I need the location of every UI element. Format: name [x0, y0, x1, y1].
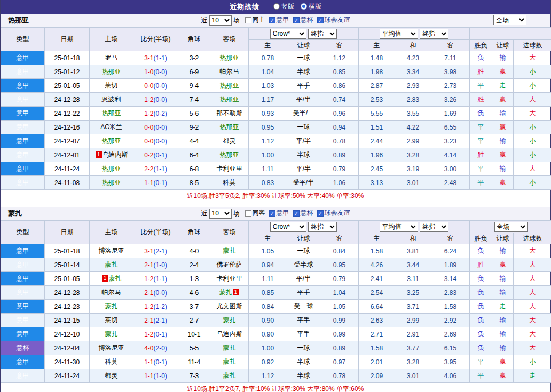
team-name-link[interactable]: 乌迪内斯: [217, 330, 242, 338]
home-team-cell: 罗马: [90, 51, 133, 65]
team-name-link[interactable]: 热那亚: [220, 95, 239, 103]
average-index-select[interactable]: 终指: [420, 29, 448, 39]
team-name-link[interactable]: 佛罗伦萨: [217, 261, 242, 268]
goals-result-cell: 大: [514, 244, 551, 258]
team-name-link[interactable]: 尤文图斯: [217, 302, 242, 310]
team-name-link[interactable]: 帕尔马: [102, 289, 121, 296]
team-name-link[interactable]: 都灵: [223, 137, 236, 145]
team-name-link[interactable]: 蒙扎: [223, 372, 236, 379]
filter-checkbox-0[interactable]: 同主: [245, 15, 265, 25]
team-name-link[interactable]: 热那亚: [220, 123, 239, 131]
handicap-result-cell: 输: [492, 51, 514, 65]
team-name-link[interactable]: 热那亚: [102, 165, 121, 172]
team-name-link[interactable]: 蒙扎: [223, 344, 236, 351]
team-name-link[interactable]: 恩波利: [102, 95, 121, 103]
team-name-link[interactable]: 博洛尼亚: [99, 344, 124, 351]
page-title: 近期战绩: [230, 2, 259, 12]
layout-radio-1[interactable]: 横版: [301, 2, 321, 11]
team-name-link[interactable]: 罗马: [105, 54, 118, 61]
team-name-link[interactable]: 莱切: [105, 316, 118, 324]
home-team-cell: 1乌迪内斯: [90, 148, 133, 162]
average-select[interactable]: 平均值: [380, 29, 418, 39]
team-name-link[interactable]: 那不勒斯: [217, 109, 242, 117]
filter-checkbox-1[interactable]: 意甲: [269, 15, 289, 25]
team-name-link[interactable]: 蒙扎: [105, 261, 118, 268]
team-name-link[interactable]: 热那亚: [102, 137, 121, 145]
team-name-link[interactable]: 卡利亚里: [217, 165, 242, 172]
layout-radio-0[interactable]: 竖版: [273, 2, 294, 11]
away-team-cell: 卡利亚里: [210, 162, 249, 176]
handicap-result-cell: 输: [492, 341, 514, 355]
score-cell: 0-0(0-0): [133, 79, 178, 93]
team-name-link[interactable]: 热那亚: [220, 82, 239, 89]
result-cell: 平: [470, 162, 492, 176]
near-label: 近: [201, 209, 208, 218]
section-toolbar: 蒙扎 近 10 场 同客意甲意杯球会友谊: [1, 207, 550, 220]
team-name-link[interactable]: 博洛尼亚: [99, 247, 124, 254]
team-name-link[interactable]: 热那亚: [102, 68, 121, 75]
filter-checkbox-2[interactable]: 意杯: [293, 15, 313, 25]
team-name-link[interactable]: AC米兰: [100, 123, 122, 131]
team-name-link[interactable]: 蒙扎: [109, 275, 122, 282]
team-name-link[interactable]: 蒙扎: [105, 330, 118, 338]
company-index-select[interactable]: 终指: [308, 29, 337, 39]
odds-away-cell: 0.78: [320, 134, 359, 148]
date-cell: 25-01-14: [45, 258, 90, 272]
average-index-select[interactable]: 终指: [420, 222, 448, 232]
home-team-cell: 蒙扎: [90, 258, 133, 272]
checkbox-label: 球会友谊: [325, 209, 350, 218]
team-name-link[interactable]: 科莫: [223, 179, 236, 186]
date-cell: 25-01-18: [45, 244, 90, 258]
recent-count-select[interactable]: 10: [209, 209, 232, 219]
fulltime-group-header: 全场: [470, 221, 551, 233]
team-name-link[interactable]: 都灵: [105, 372, 118, 379]
team-name-link[interactable]: 蒙扎: [219, 289, 232, 296]
col-score: 比分(半场): [133, 28, 178, 51]
filter-checkbox-0[interactable]: 同客: [245, 209, 265, 218]
team-name-link[interactable]: 卡利亚里: [217, 275, 242, 282]
avg-draw-cell: 3.34: [395, 65, 431, 79]
scope-select[interactable]: 全场: [493, 15, 526, 25]
fulltime-score: 4-0: [144, 345, 153, 352]
result-cell: 胜: [470, 93, 492, 107]
date-cell: 25-01-18: [45, 51, 90, 65]
fulltime-score: 2-1: [144, 317, 153, 324]
col-avg-draw: 和: [395, 233, 431, 244]
corners-cell: 6-9: [178, 65, 210, 79]
team-name-link[interactable]: 莱切: [105, 82, 118, 89]
col-corners: 角球: [178, 221, 210, 244]
team-name-link[interactable]: 科莫: [105, 358, 118, 365]
scope-select[interactable]: 全场: [494, 222, 528, 232]
team-name-link[interactable]: 热那亚: [220, 151, 239, 158]
company-select[interactable]: Crow*: [270, 222, 306, 232]
filter-checkbox-2[interactable]: 意杯: [293, 209, 313, 218]
team-section-monza: 蒙扎 近 10 场 同客意甲意杯球会友谊 类型 日期 主场 比分(半场) 角球 …: [1, 207, 550, 392]
odds-handicap-cell: 平/半: [287, 162, 320, 176]
filter-checkbox-1[interactable]: 意甲: [269, 209, 289, 218]
team-name-link[interactable]: 乌迪内斯: [103, 151, 128, 158]
fulltime-score: 1-1: [144, 179, 153, 187]
company-select[interactable]: Crow*: [270, 29, 306, 39]
score-cell: 1-1(0-1): [133, 355, 178, 369]
team-name-link[interactable]: 蒙扎: [223, 247, 236, 254]
avg-away-cell: 3.14: [431, 272, 470, 286]
date-cell: 24-12-28: [45, 286, 90, 300]
team-name-link[interactable]: 蒙扎: [223, 358, 236, 365]
recent-count-select[interactable]: 10: [209, 15, 232, 26]
team-name-link[interactable]: 帕尔马: [220, 68, 239, 75]
home-team-cell: 热那亚: [90, 65, 133, 79]
team-name-link[interactable]: 蒙扎: [223, 316, 236, 324]
corners-cell: 10-1: [178, 327, 210, 341]
filter-checkbox-3[interactable]: 球会友谊: [317, 15, 350, 25]
col-avg-away: 客: [431, 40, 470, 51]
team-name-link[interactable]: 热那亚: [220, 54, 239, 61]
result-cell: 负: [470, 327, 492, 341]
company-index-select[interactable]: 终指: [308, 222, 337, 232]
team-name-link[interactable]: 热那亚: [102, 179, 121, 186]
league-type-cell: 意甲: [1, 176, 45, 190]
team-name-link[interactable]: 热那亚: [102, 109, 121, 117]
team-name-link[interactable]: 蒙扎: [105, 302, 118, 310]
league-type-cell: 意甲: [1, 148, 45, 162]
filter-checkbox-3[interactable]: 球会友谊: [317, 209, 350, 218]
average-select[interactable]: 平均值: [380, 222, 418, 232]
